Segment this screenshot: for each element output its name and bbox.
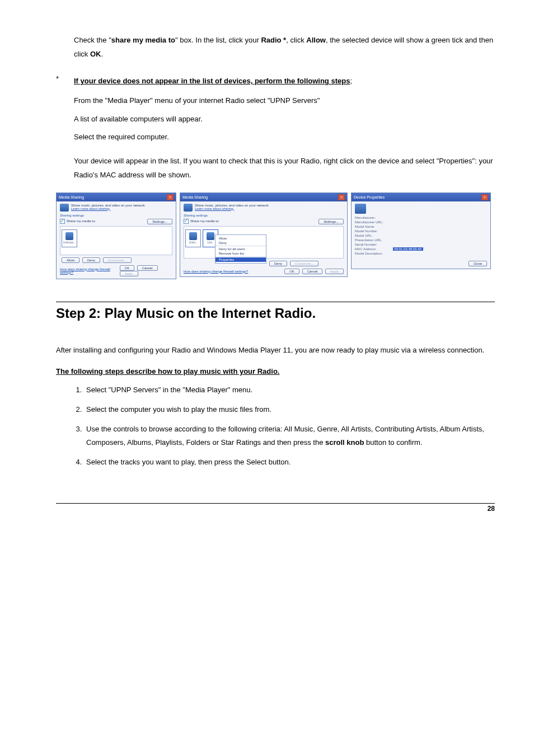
context-menu: Allow Deny Deny for all users Remove fro… (215, 234, 266, 264)
menu-item-deny-all[interactable]: Deny for all users (216, 247, 266, 251)
page-footer: 28 (56, 503, 495, 513)
t: scroll knob (325, 438, 364, 447)
paragraph-properties: Your device will appear in the list. If … (74, 154, 495, 182)
device-icon (207, 232, 214, 240)
dialog-titlebar: Media Sharing × (57, 193, 176, 201)
firewall-link[interactable]: How does sharing change firewall setting… (60, 267, 118, 274)
close-icon[interactable]: × (167, 194, 174, 200)
device-label: Unkn.. (189, 241, 197, 244)
deny-button[interactable]: Deny (82, 257, 100, 263)
t: Use the controls to browse according to … (86, 425, 484, 447)
t: If your device does not appear in the li… (74, 77, 350, 85)
dialog-title-text: Device Properties (354, 195, 385, 199)
menu-item-remove[interactable]: Remove from list (216, 251, 266, 256)
mac-address-value: 00:01:02:48:03:AF (393, 247, 423, 251)
menu-item-allow[interactable]: Allow (216, 236, 266, 241)
dialog-title-text: Media Sharing (182, 195, 208, 199)
t: Allow (306, 36, 326, 44)
dialog-titlebar: Media Sharing × (180, 193, 347, 201)
list-item: Select the tracks you want to play, then… (84, 456, 495, 469)
t: " box. In the list, click your (175, 36, 261, 44)
prop-label: Presentation URL: (355, 238, 487, 242)
following-steps-heading: The following steps describe how to play… (56, 367, 495, 375)
device-tile[interactable]: Unknow... (62, 229, 77, 247)
dialog-titlebar: Device Properties × (352, 193, 490, 201)
customize-button: Customize... (290, 261, 318, 266)
device-missing-heading: If your device does not appear in the li… (74, 74, 352, 88)
settings-button[interactable]: Settings... (147, 219, 172, 224)
device-icon (65, 232, 73, 240)
prop-label: Model Number: (355, 229, 487, 233)
library-icon (184, 204, 193, 212)
t: button to confirm. (364, 438, 422, 447)
checkbox-label: Share my media to: (67, 219, 96, 223)
step-line: Select the required computer. (74, 130, 495, 144)
settings-button[interactable]: Settings... (318, 219, 344, 224)
paragraph-ready: After installing and configuring your Ra… (56, 344, 495, 358)
prop-label: Manufacturer URL: (355, 220, 487, 224)
learn-link[interactable]: Learn more about sharing. (195, 207, 269, 210)
section-label: Sharing settings (184, 214, 344, 217)
cancel-button[interactable]: Cancel (137, 265, 158, 271)
media-sharing-dialog-2: Media Sharing × Share music, pictures, a… (180, 192, 348, 277)
t: share my media to (111, 36, 175, 44)
device-large-icon (355, 204, 366, 214)
menu-item-deny[interactable]: Deny (216, 241, 266, 245)
t: Radio * (261, 36, 286, 44)
step-2-heading: Step 2: Play Music on the Internet Radio… (56, 302, 495, 321)
list-item: Use the controls to browse according to … (84, 422, 495, 450)
device-label: Uns.. (207, 241, 214, 244)
prop-label: Serial Number: (355, 243, 487, 246)
t: . (101, 50, 103, 58)
t: ; (350, 77, 352, 85)
step-line: From the "Media Player" menu of your int… (74, 94, 495, 108)
section-label: Sharing settings (60, 214, 172, 217)
list-item: Select "UPNP Servers" in the "Media Play… (84, 383, 495, 397)
dialog-title-text: Media Sharing (59, 195, 84, 199)
paragraph-check-box: Check the "share my media to" box. In th… (74, 34, 495, 61)
list-item: Select the computer you wish to play the… (84, 403, 495, 417)
device-tile[interactable]: Unkn.. (185, 229, 201, 247)
prop-label: Manufacturer: (355, 216, 487, 219)
library-icon (60, 204, 69, 212)
ok-button[interactable]: OK (284, 269, 299, 274)
deny-button[interactable]: Deny (269, 261, 287, 266)
t: , click (286, 36, 306, 44)
step-line: A list of available computers will appea… (74, 112, 495, 126)
ok-button[interactable]: OK (120, 265, 135, 271)
customize-button: Customize... (103, 257, 132, 263)
apply-button: Apply (325, 269, 344, 274)
steps-list: Select "UPNP Servers" in the "Media Play… (56, 383, 495, 469)
device-properties-dialog: Device Properties × Manufacturer: Manufa… (351, 192, 491, 269)
prop-label: Model Description: (355, 252, 487, 255)
dialog-desc: Share music, pictures, and video on your… (195, 204, 269, 207)
media-sharing-dialog-1: Media Sharing × Share music, pictures, a… (56, 192, 176, 279)
cancel-button[interactable]: Cancel (302, 269, 323, 274)
device-icon (189, 232, 197, 240)
menu-item-properties[interactable]: Properties (216, 257, 266, 262)
apply-button: Apply (120, 271, 138, 276)
share-checkbox[interactable] (60, 219, 65, 224)
property-list: Manufacturer: Manufacturer URL: Model Na… (355, 216, 487, 255)
firewall-link[interactable]: How does sharing change firewall setting… (184, 270, 248, 273)
prop-label: Model Name: (355, 225, 487, 228)
checkbox-label: Share my media to: (190, 219, 219, 223)
t: OK (90, 50, 101, 58)
learn-link[interactable]: Learn more about sharing. (71, 207, 146, 210)
t: Check the " (74, 36, 111, 44)
screenshots-row: Media Sharing × Share music, pictures, a… (56, 192, 495, 279)
page-number: 28 (488, 505, 495, 513)
close-icon[interactable]: × (481, 194, 488, 200)
prop-label: Model URL: (355, 234, 487, 237)
device-label: Unknow... (63, 241, 76, 244)
close-icon[interactable]: × (338, 194, 345, 200)
asterisk: * (56, 74, 74, 88)
close-button[interactable]: Close (469, 261, 487, 266)
prop-label: MAC Address: (355, 247, 376, 251)
share-checkbox[interactable] (184, 219, 189, 224)
dialog-desc: Share music, pictures, and video on your… (71, 204, 146, 207)
allow-button[interactable]: Allow (62, 257, 79, 263)
